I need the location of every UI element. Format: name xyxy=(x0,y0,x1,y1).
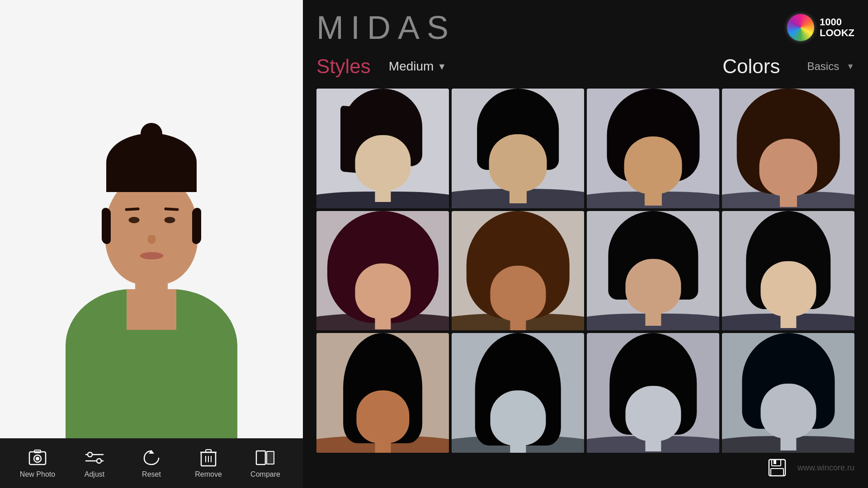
basics-dropdown[interactable]: Basics ▼ xyxy=(807,60,854,73)
svg-rect-22 xyxy=(774,460,776,464)
main-hair-bun xyxy=(141,123,162,145)
hair-style-r1c1[interactable] xyxy=(316,89,449,208)
remove-label: Remove xyxy=(195,470,222,479)
remove-icon xyxy=(198,448,218,468)
basics-dropdown-arrow: ▼ xyxy=(846,62,854,71)
app-title: MIDAS xyxy=(316,9,456,46)
colors-label: Colors xyxy=(722,55,780,78)
styles-dropdown-arrow: ▼ xyxy=(437,61,446,72)
svg-point-7 xyxy=(97,459,101,463)
svg-point-4 xyxy=(88,452,92,457)
compare-icon xyxy=(255,448,275,468)
compare-label: Compare xyxy=(250,470,280,479)
styles-label: Styles xyxy=(316,55,371,78)
svg-point-3 xyxy=(36,457,39,460)
hair-style-r2c1[interactable] xyxy=(316,211,449,331)
svg-rect-23 xyxy=(771,469,783,476)
adjust-label: Adjust xyxy=(85,470,104,479)
hair-style-r1c2[interactable] xyxy=(452,89,584,208)
hair-style-r1c4[interactable] xyxy=(722,89,854,208)
logo-circle xyxy=(787,14,814,41)
styles-dropdown-value: Medium xyxy=(389,59,434,74)
toolbar: New Photo Adjust xyxy=(0,438,303,488)
new-photo-icon xyxy=(28,448,47,468)
hair-style-r2c4[interactable] xyxy=(722,211,854,331)
svg-rect-19 xyxy=(267,452,274,464)
main-person-figure xyxy=(0,0,303,438)
hair-style-r3c1[interactable] xyxy=(316,333,449,453)
logo-text: 1000 LOOKZ xyxy=(820,17,854,38)
save-icon-area: www.wincore.ru xyxy=(766,456,854,479)
adjust-icon xyxy=(85,448,104,468)
watermark: www.wincore.ru xyxy=(797,463,854,473)
left-panel: New Photo Adjust xyxy=(0,0,303,488)
svg-rect-17 xyxy=(256,451,265,465)
hair-style-r3c2[interactable] xyxy=(452,333,584,453)
svg-rect-13 xyxy=(206,450,211,452)
hair-style-r2c3[interactable] xyxy=(587,211,719,331)
photo-area xyxy=(0,0,303,438)
save-button[interactable] xyxy=(766,456,788,479)
hair-style-r1c3[interactable] xyxy=(587,89,719,208)
compare-button[interactable]: Compare xyxy=(245,448,286,479)
main-photo xyxy=(0,0,303,438)
hair-style-r3c3[interactable] xyxy=(587,333,719,453)
controls-row: Styles Medium ▼ Colors Basics ▼ xyxy=(316,55,854,78)
hair-style-r2c2[interactable] xyxy=(452,211,584,331)
logo-container: 1000 LOOKZ xyxy=(787,14,854,41)
hair-style-r3c4[interactable] xyxy=(722,333,854,453)
styles-dropdown[interactable]: Medium ▼ xyxy=(389,59,446,74)
basics-dropdown-value: Basics xyxy=(807,60,839,73)
reset-button[interactable]: Reset xyxy=(131,448,172,479)
right-panel: MIDAS 1000 LOOKZ Styles Medium ▼ Colors … xyxy=(303,0,868,488)
new-photo-button[interactable]: New Photo xyxy=(17,448,58,479)
reset-label: Reset xyxy=(142,470,161,479)
app-header: MIDAS 1000 LOOKZ xyxy=(316,9,854,46)
reset-icon xyxy=(142,448,161,468)
right-footer: www.wincore.ru xyxy=(316,453,854,479)
hair-grid xyxy=(316,89,854,453)
adjust-button[interactable]: Adjust xyxy=(74,448,115,479)
remove-button[interactable]: Remove xyxy=(188,448,229,479)
new-photo-label: New Photo xyxy=(20,470,55,479)
